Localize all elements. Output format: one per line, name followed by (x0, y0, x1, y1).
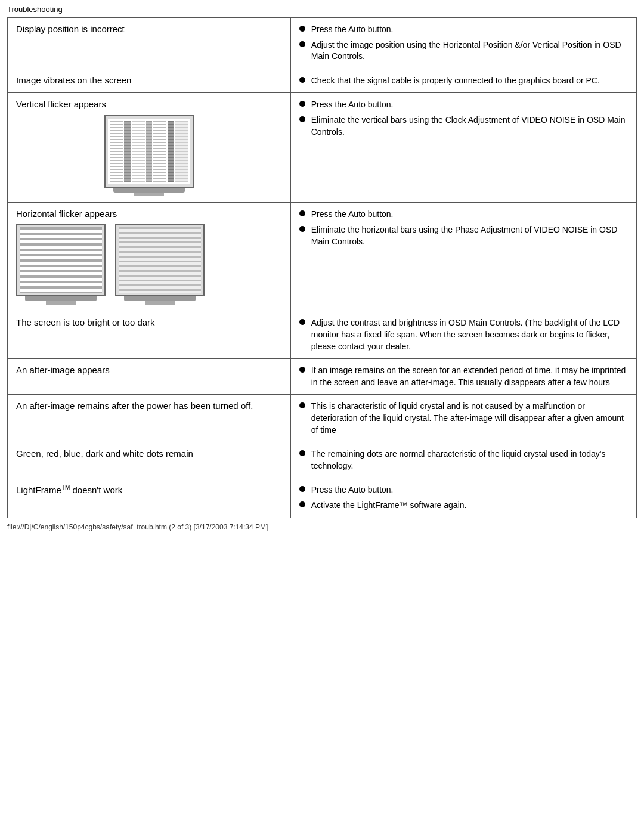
list-item: Adjust the contrast and brightness in OS… (299, 317, 628, 352)
page-header: Troubleshooting (7, 5, 637, 14)
solution-text: Press the Auto button. (311, 24, 394, 36)
bullet-icon (299, 402, 305, 408)
solution-text: Adjust the image position using the Hori… (311, 39, 628, 63)
monitor-screen (20, 227, 102, 293)
problem-text: Green, red, blue, dark and white dots re… (16, 448, 193, 459)
problem-cell: Horizontal flicker appears (8, 203, 291, 311)
monitor-frame (115, 224, 205, 296)
table-row: An after-image remains after the power h… (8, 395, 637, 442)
problem-cell: LightFrameTM doesn't work (8, 478, 291, 518)
solution-list: Adjust the contrast and brightness in OS… (299, 317, 628, 352)
vertical-bars-graphic (108, 119, 190, 184)
problem-cell: Display position is incorrect (8, 18, 291, 69)
table-row: An after-image appears If an image remai… (8, 359, 637, 395)
vbar (132, 121, 144, 182)
monitors-row (16, 224, 282, 305)
table-row: Horizontal flicker appears (8, 203, 637, 311)
solution-text: Press the Auto button. (311, 209, 394, 221)
problem-text: Vertical flicker appears (16, 99, 282, 109)
list-item: Activate the LightFrame™ software again. (299, 500, 628, 512)
problem-text: An after-image appears (16, 365, 110, 375)
troubleshooting-table: Display position is incorrect Press the … (7, 17, 637, 518)
list-item: This is characteristic of liquid crystal… (299, 401, 628, 436)
vbar (153, 121, 166, 182)
table-row: Image vibrates on the screen Check that … (8, 69, 637, 93)
solution-text: Eliminate the vertical bars using the Cl… (311, 114, 628, 138)
bullet-icon (299, 319, 305, 325)
problem-cell: Image vibrates on the screen (8, 69, 291, 93)
bullet-icon (299, 210, 305, 216)
problem-cell: An after-image remains after the power h… (8, 395, 291, 442)
superscript: TM (61, 484, 70, 491)
monitor-base (124, 296, 196, 301)
solution-list: Press the Auto button. Eliminate the hor… (299, 209, 628, 247)
table-row: The screen is too bright or too dark Adj… (8, 311, 637, 359)
problem-cell: Green, red, blue, dark and white dots re… (8, 442, 291, 478)
list-item: Press the Auto button. (299, 484, 628, 496)
problem-text: Horizontal flicker appears (16, 209, 282, 219)
solution-list: This is characteristic of liquid crystal… (299, 401, 628, 436)
solution-cell: Press the Auto button. Eliminate the hor… (290, 203, 636, 311)
page-footer: file:///D|/C/english/150p4cgbs/safety/sa… (7, 523, 637, 531)
monitor-screen (119, 227, 201, 293)
solution-text: Activate the LightFrame™ software again. (311, 500, 467, 512)
horizontal-bars-graphic-2 (119, 227, 201, 293)
footer-text: file:///D|/C/english/150p4cgbs/safety/sa… (7, 523, 268, 531)
solution-list: If an image remains on the screen for an… (299, 365, 628, 388)
solution-list: Check that the signal cable is properly … (299, 75, 628, 87)
table-row: LightFrameTM doesn't work Press the Auto… (8, 478, 637, 518)
list-item: Press the Auto button. (299, 209, 628, 221)
problem-text: Image vibrates on the screen (16, 75, 131, 85)
table-row: Green, red, blue, dark and white dots re… (8, 442, 637, 478)
monitor-stand (145, 301, 175, 305)
solution-text: The remaining dots are normal characteri… (311, 448, 628, 472)
solution-cell: This is characteristic of liquid crystal… (290, 395, 636, 442)
monitor-frame (104, 115, 194, 188)
monitor-base (25, 296, 97, 301)
vbar (146, 121, 153, 182)
list-item: Press the Auto button. (299, 24, 628, 36)
problem-cell: The screen is too bright or too dark (8, 311, 291, 359)
solution-list: Press the Auto button. Activate the Ligh… (299, 484, 628, 511)
list-item: If an image remains on the screen for an… (299, 365, 628, 388)
problem-cell: An after-image appears (8, 359, 291, 395)
bullet-icon (299, 486, 305, 492)
monitor-stand (46, 301, 76, 305)
bullet-icon (299, 101, 305, 107)
solution-text: Adjust the contrast and brightness in OS… (311, 317, 628, 352)
monitor-image-wrapper (16, 115, 282, 196)
solution-list: Press the Auto button. Eliminate the ver… (299, 99, 628, 138)
list-item: Press the Auto button. (299, 99, 628, 111)
vbar (175, 121, 187, 182)
solution-cell: Press the Auto button. Adjust the image … (290, 18, 636, 69)
table-row: Vertical flicker appears (8, 93, 637, 203)
solution-cell: Press the Auto button. Eliminate the ver… (290, 93, 636, 203)
bullet-icon (299, 116, 305, 122)
table-row: Display position is incorrect Press the … (8, 18, 637, 69)
bullet-icon (299, 41, 305, 47)
solution-text: If an image remains on the screen for an… (311, 365, 628, 388)
bullet-icon (299, 26, 305, 32)
vbar (168, 121, 174, 182)
solution-cell: Adjust the contrast and brightness in OS… (290, 311, 636, 359)
list-item: Adjust the image position using the Hori… (299, 39, 628, 63)
list-item: The remaining dots are normal characteri… (299, 448, 628, 472)
monitor-stand (134, 193, 164, 196)
solution-cell: Check that the signal cable is properly … (290, 69, 636, 93)
bullet-icon (299, 226, 305, 232)
header-title: Troubleshooting (7, 5, 63, 14)
solution-cell: The remaining dots are normal characteri… (290, 442, 636, 478)
solution-cell: If an image remains on the screen for an… (290, 359, 636, 395)
bullet-icon (299, 367, 305, 373)
problem-text: An after-image remains after the power h… (16, 401, 253, 411)
bullet-icon (299, 77, 305, 83)
solution-text: Eliminate the horizontal bars using the … (311, 224, 628, 247)
solution-text: This is characteristic of liquid crystal… (311, 401, 628, 436)
solution-text: Press the Auto button. (311, 99, 394, 111)
monitor-screen (108, 119, 190, 184)
monitor-base (113, 188, 185, 193)
problem-cell: Vertical flicker appears (8, 93, 291, 203)
bullet-icon (299, 501, 305, 507)
vbar (124, 121, 131, 182)
monitor-image-wrapper (16, 224, 106, 305)
